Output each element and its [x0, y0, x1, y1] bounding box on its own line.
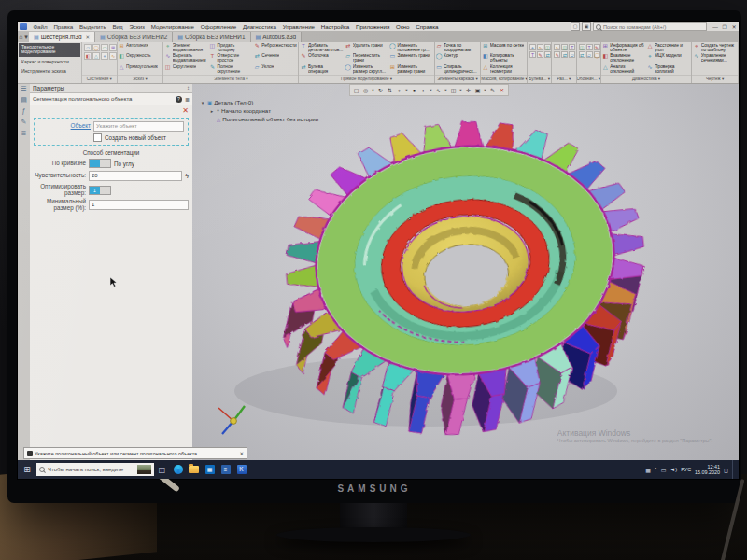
- panels-button[interactable]: ▣: [582, 22, 591, 31]
- document-tab[interactable]: ▤Шестерня.m3d✕: [29, 32, 95, 42]
- ribbon-button[interactable]: ⊞Изменить размер грани: [389, 64, 433, 75]
- ribbon-tool-icon[interactable]: △: [92, 52, 100, 60]
- ribbon-tool-icon[interactable]: ▭: [101, 44, 108, 51]
- ribbon-button[interactable]: ∿Проверка коллизий: [647, 64, 691, 75]
- selection-frame-icon[interactable]: ▢: [352, 86, 360, 95]
- document-tab[interactable]: ▤Сборка БЕЗ ИМЕНИ2: [95, 32, 173, 42]
- start-button[interactable]: ⊞: [18, 465, 36, 474]
- dropdown-arrow-icon[interactable]: ▾: [458, 86, 463, 95]
- clock[interactable]: 12:4115.09.2020: [695, 464, 720, 475]
- menu-item-9[interactable]: Управление: [279, 23, 317, 30]
- ribbon-tool-icon[interactable]: ▱: [84, 44, 92, 51]
- optimize-toggle[interactable]: 1: [89, 186, 111, 195]
- style-panel-icon[interactable]: ✎: [18, 117, 30, 128]
- document-tab[interactable]: ▤Сборка БЕЗ ИМЕНИ1: [173, 32, 250, 42]
- close-button[interactable]: ✕: [729, 23, 739, 31]
- ribbon-button[interactable]: ✎Оболочка: [300, 53, 344, 63]
- ribbon-button[interactable]: ⇄Булева операция: [300, 64, 344, 75]
- ribbon-tool-icon[interactable]: ⇄: [579, 51, 585, 58]
- ribbon-tool-icon[interactable]: ◯: [92, 44, 100, 51]
- tree-expander-icon[interactable]: ▸: [209, 108, 215, 114]
- ribbon-button[interactable]: ∿Вырезать выдавливанием: [164, 53, 208, 63]
- minimize-button[interactable]: —: [711, 23, 720, 31]
- ribbon-tool-icon[interactable]: ✎: [594, 44, 600, 50]
- fx-panel-icon[interactable]: ƒ: [18, 105, 30, 117]
- apply-bolt-icon[interactable]: ϟ: [185, 173, 189, 179]
- method-toggle[interactable]: [89, 159, 111, 168]
- kompas-logo-icon[interactable]: [20, 23, 27, 30]
- ribbon-tool-icon[interactable]: T: [569, 44, 575, 50]
- menu-item-1[interactable]: Файл: [30, 23, 50, 30]
- zoom-icon[interactable]: ◎: [361, 86, 370, 95]
- ribbon-button[interactable]: △Анализ отклонений: [602, 64, 646, 75]
- ribbon-tool-icon[interactable]: ◧: [84, 52, 92, 60]
- panel-expand-icon[interactable]: ↕: [187, 85, 190, 91]
- viewport[interactable]: ▢◎▾↻⇅⌖▾●◐▾∿▾◫▾✛▣▾✎✕ ▾▣Деталь (Тел-0)▸⌖На…: [192, 83, 739, 460]
- ribbon-button[interactable]: ◧Взаимное отклонение: [602, 53, 646, 63]
- ribbon-tool-icon[interactable]: ⌖: [101, 52, 108, 60]
- section-view-icon[interactable]: ◫: [449, 86, 458, 95]
- command-search-input[interactable]: Поиск по командам (Alt+/): [593, 22, 707, 31]
- ribbon-tool-icon[interactable]: ⌖: [529, 44, 536, 50]
- ribbon-tool-icon[interactable]: ✎: [537, 51, 543, 58]
- menu-item-2[interactable]: Правка: [50, 23, 77, 30]
- params-panel-icon[interactable]: ▤: [18, 94, 30, 105]
- min-size-input[interactable]: 1: [89, 200, 189, 210]
- ribbon-button[interactable]: ⊞Автолиния: [119, 43, 162, 53]
- ribbon-button[interactable]: ✎Ребро жесткости: [254, 43, 298, 53]
- tree-expander-icon[interactable]: ▾: [200, 100, 205, 105]
- tree-panel-icon[interactable]: ☰: [18, 83, 30, 94]
- menu-item-10[interactable]: Настройка: [317, 23, 352, 30]
- tray-app-icon[interactable]: ▦: [645, 467, 651, 473]
- ribbon-tool-icon[interactable]: ∿: [109, 52, 117, 60]
- ribbon-tool-icon[interactable]: ⊞: [109, 44, 117, 51]
- ribbon-button[interactable]: ▭Спираль цилиндрическ...: [436, 64, 480, 75]
- dropdown-arrow-icon[interactable]: ▾: [371, 86, 375, 95]
- cancel-icon[interactable]: ✕: [498, 86, 506, 95]
- object-link[interactable]: Объект: [38, 123, 91, 130]
- ribbon-tool-icon[interactable]: T: [586, 44, 593, 50]
- ribbon-tool-icon[interactable]: ◫: [561, 44, 568, 50]
- sheet-icon[interactable]: ▣: [473, 86, 482, 95]
- ribbon-button[interactable]: ◯Изменить положение гр...: [389, 43, 433, 53]
- halfshade-mode-icon[interactable]: ◐: [419, 86, 428, 95]
- ribbon-button[interactable]: ▱Переместить грани: [345, 53, 388, 63]
- hint-close-icon[interactable]: ✕: [239, 451, 244, 456]
- show-desktop-button[interactable]: [732, 460, 736, 479]
- volume-icon[interactable]: ◄): [669, 467, 677, 472]
- ribbon-button[interactable]: △Расстояние и угол: [647, 43, 691, 53]
- menu-item-6[interactable]: Моделирование: [148, 23, 197, 30]
- sensitivity-input[interactable]: 20: [89, 171, 182, 181]
- action-center-icon[interactable]: ◻: [724, 467, 728, 473]
- ribbon-tool-icon[interactable]: ◫: [544, 44, 551, 50]
- ribbon-button[interactable]: TОтверстие простое: [209, 53, 253, 63]
- menu-item-11[interactable]: Приложения: [353, 23, 393, 30]
- ribbon-button[interactable]: ◫Придать толщину: [209, 43, 253, 53]
- tab-close-icon[interactable]: ✕: [85, 35, 90, 40]
- ribbon-tool-icon[interactable]: T: [529, 51, 536, 58]
- menu-item-12[interactable]: Окно: [393, 23, 413, 30]
- ribbon-button[interactable]: ∿Управление сечениями...: [693, 53, 737, 63]
- ribbon-tool-icon[interactable]: ∿: [537, 44, 543, 50]
- menu-item-8[interactable]: Диагностика: [240, 23, 280, 30]
- mode-button[interactable]: Инструменты эскиза: [19, 67, 80, 76]
- hidden-icons-chevron[interactable]: ^: [655, 467, 657, 472]
- cancel-operation-icon[interactable]: ✕: [182, 106, 189, 115]
- orientation-icon[interactable]: ⌖: [395, 86, 403, 95]
- document-tab[interactable]: ▤Autobus.a3d: [251, 32, 303, 42]
- ribbon-tool-icon[interactable]: ◯: [594, 51, 600, 58]
- pan-icon[interactable]: ⇅: [386, 86, 394, 95]
- taskbar-search-input[interactable]: Чтобы начать поиск, введите: [36, 463, 154, 476]
- ribbon-button[interactable]: △Прямоугольник: [119, 64, 162, 75]
- ribbon-button[interactable]: ✎Полное скругление: [209, 64, 253, 75]
- tree-item[interactable]: ▸⌖Начало координат: [200, 106, 318, 115]
- ribbon-tool-icon[interactable]: ◫: [579, 44, 585, 50]
- home-tab-icon[interactable]: ⌂ ▾: [18, 32, 29, 42]
- rotate-icon[interactable]: ↻: [376, 86, 385, 95]
- dropdown-arrow-icon[interactable]: ▾: [483, 86, 487, 95]
- restore-button[interactable]: ❐: [720, 23, 729, 31]
- dropdown-arrow-icon[interactable]: ▾: [429, 86, 433, 95]
- edit-icon[interactable]: ✎: [488, 86, 497, 95]
- dropdown-arrow-icon[interactable]: ▾: [444, 86, 448, 95]
- ribbon-tool-icon[interactable]: ∿: [554, 44, 560, 50]
